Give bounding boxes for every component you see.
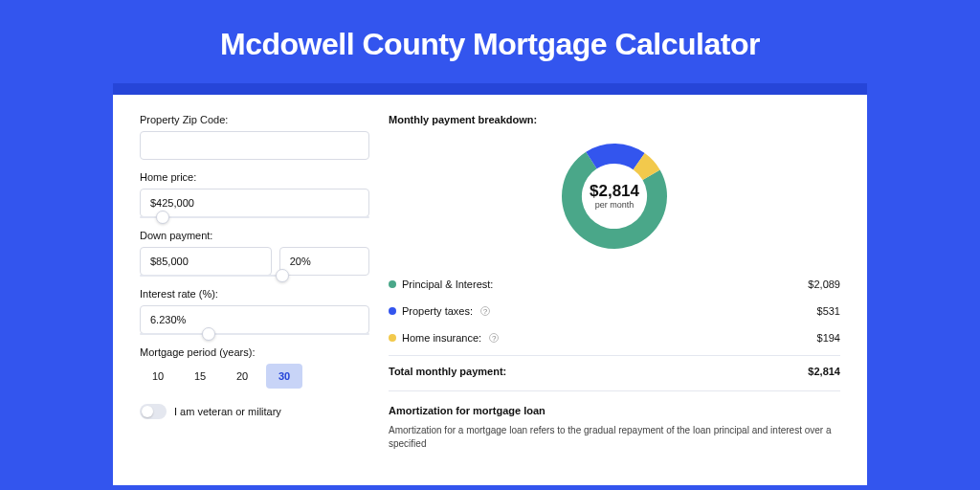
legend-dot-icon xyxy=(389,307,396,315)
legend-label: Home insurance: xyxy=(402,332,481,344)
legend: Principal & Interest:$2,089Property taxe… xyxy=(389,271,840,351)
amortization-section: Amortization for mortgage loan Amortizat… xyxy=(389,390,840,451)
legend-row: Principal & Interest:$2,089 xyxy=(389,271,840,298)
period-button-15[interactable]: 15 xyxy=(182,364,218,389)
interest-slider-thumb[interactable] xyxy=(202,327,215,341)
zip-label: Property Zip Code: xyxy=(140,114,369,125)
info-icon[interactable]: ? xyxy=(489,333,499,343)
donut-center-value: $2,814 xyxy=(590,182,640,200)
legend-value: $531 xyxy=(817,305,840,317)
home-price-input[interactable] xyxy=(140,189,369,217)
amortization-title: Amortization for mortgage loan xyxy=(389,405,840,416)
legend-row: Property taxes:?$531 xyxy=(389,298,840,324)
down-payment-amount-input[interactable] xyxy=(140,247,272,276)
donut-center-sub: per month xyxy=(595,200,635,210)
total-row: Total monthly payment: $2,814 xyxy=(389,355,840,390)
info-icon[interactable]: ? xyxy=(480,306,490,316)
period-button-10[interactable]: 10 xyxy=(140,364,176,389)
interest-input[interactable] xyxy=(140,305,369,334)
down-payment-slider[interactable] xyxy=(140,275,282,277)
breakdown-column: Monthly payment breakdown: $2,814 per mo… xyxy=(389,114,840,485)
page-title: Mcdowell County Mortgage Calculator xyxy=(0,0,980,83)
interest-label: Interest rate (%): xyxy=(140,288,369,300)
veteran-label: I am veteran or military xyxy=(174,406,281,417)
amortization-text: Amortization for a mortgage loan refers … xyxy=(389,424,840,451)
period-buttons: 10152030 xyxy=(140,364,369,389)
home-price-slider-thumb[interactable] xyxy=(156,211,169,224)
legend-label: Principal & Interest: xyxy=(402,278,493,290)
period-button-20[interactable]: 20 xyxy=(224,364,260,389)
interest-slider[interactable] xyxy=(140,333,369,335)
calculator-card: Property Zip Code: Home price: Down paym… xyxy=(113,83,867,485)
total-value: $2,814 xyxy=(808,366,840,377)
down-payment-slider-thumb[interactable] xyxy=(276,269,289,282)
legend-dot-icon xyxy=(389,280,396,288)
period-label: Mortgage period (years): xyxy=(140,346,369,358)
legend-label: Property taxes: xyxy=(402,305,473,317)
legend-dot-icon xyxy=(389,334,396,342)
down-payment-percent-input[interactable] xyxy=(279,247,369,276)
donut-segment xyxy=(586,144,644,169)
legend-value: $194 xyxy=(817,332,840,344)
legend-row: Home insurance:?$194 xyxy=(389,324,840,351)
veteran-toggle[interactable] xyxy=(140,404,167,419)
down-payment-label: Down payment: xyxy=(140,230,369,241)
total-label: Total monthly payment: xyxy=(389,366,506,377)
form-column: Property Zip Code: Home price: Down paym… xyxy=(140,114,369,485)
home-price-slider[interactable] xyxy=(140,216,369,218)
zip-input[interactable] xyxy=(140,131,369,160)
donut-chart: $2,814 per month xyxy=(389,135,840,271)
breakdown-title: Monthly payment breakdown: xyxy=(389,114,840,125)
legend-value: $2,089 xyxy=(808,278,840,290)
home-price-label: Home price: xyxy=(140,171,369,183)
period-button-30[interactable]: 30 xyxy=(266,364,302,389)
